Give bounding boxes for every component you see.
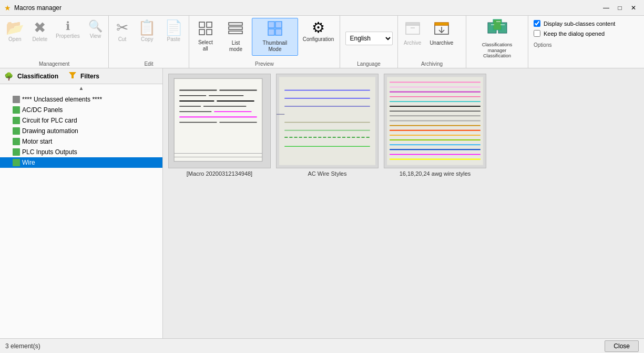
tree-item-drawing[interactable]: Drawing automation [0, 126, 162, 136]
title-bar-left: ★ Macros manager [4, 4, 62, 12]
svg-rect-15 [435, 23, 448, 25]
thumb-label-macro1: [Macro 20200312134948] [187, 170, 252, 177]
app-icon: ★ [4, 4, 11, 12]
thumbnail-mode-button[interactable]: Thumbnail Mode [252, 18, 298, 56]
configuration-button[interactable]: ⚙ Configuration [299, 18, 338, 56]
svg-rect-4 [229, 23, 242, 25]
plcio-icon [13, 148, 20, 156]
maximize-button[interactable]: □ [614, 3, 626, 13]
svg-rect-3 [207, 29, 212, 35]
properties-label: Properties [56, 33, 80, 39]
classifications-manager-label: Classifications managerClassification [472, 42, 522, 59]
language-group: English French German Spanish Language [340, 16, 398, 68]
main-area: 🌳 Classification Filters ▲ **** Unclasse… [0, 68, 644, 338]
unclassed-icon [13, 96, 20, 103]
thumb-label-acwire: AC Wire Styles [308, 170, 347, 177]
window-close-button[interactable]: ✕ [627, 3, 640, 13]
select-all-icon [198, 21, 213, 38]
svg-rect-7 [268, 22, 274, 28]
tree-item-plccard[interactable]: Circuit for PLC card [0, 115, 162, 126]
cut-icon: ✂ [116, 21, 128, 35]
archiving-group-label: Archiving [398, 61, 466, 67]
motor-label: Motor start [22, 138, 52, 145]
thumbnail-acwire[interactable]: AC Wire Styles [276, 74, 379, 177]
svg-rect-12 [406, 23, 420, 25]
keep-dialog-label: Keep the dialog opened [544, 31, 605, 37]
tree-item-wire[interactable]: Wire [0, 157, 162, 168]
select-all-label: Select all [195, 39, 216, 52]
classification-header-label: Classification [17, 73, 58, 80]
svg-rect-8 [275, 22, 282, 28]
left-panel-header: 🌳 Classification Filters [0, 68, 162, 84]
language-group-label: Language [340, 61, 397, 67]
preview-group: Select all List mode [189, 16, 340, 68]
classifications-manager-button[interactable]: Classifications managerClassification [468, 19, 526, 57]
unarchive-icon [434, 21, 449, 39]
language-select[interactable]: English French German Spanish [345, 32, 393, 45]
view-label: View [90, 33, 101, 39]
svg-rect-1 [207, 22, 212, 27]
plccard-icon [13, 117, 20, 124]
svg-rect-6 [229, 31, 242, 34]
thumbnail-mode-icon [267, 21, 283, 39]
tree-item-acdc[interactable]: AC/DC Panels [0, 105, 162, 115]
thumb-box-macro1 [168, 74, 271, 168]
acdc-label: AC/DC Panels [22, 106, 63, 114]
display-subclasses-label: Display sub-classes content [544, 21, 615, 27]
thumbnail-awg[interactable]: 16,18,20,24 awg wire styles [384, 74, 486, 177]
svg-rect-11 [406, 25, 420, 34]
plcio-label: PLC Inputs Outputs [22, 148, 77, 156]
unarchive-button[interactable]: Unarchive [426, 18, 457, 56]
edit-group-label: Edit [109, 61, 188, 67]
edit-group: ✂ Cut 📋 Copy 📄 Paste Edit [109, 16, 189, 68]
thumbnail-macro1[interactable]: [Macro 20200312134948] [168, 74, 271, 177]
tree-icon: 🌳 [4, 72, 13, 80]
tree-item-unclassed[interactable]: **** Unclassed elements **** [0, 94, 162, 105]
management-group: 📂 Open ✖ Delete ℹ Properties 🔍 View Mana… [0, 16, 109, 68]
left-panel: 🌳 Classification Filters ▲ **** Unclasse… [0, 68, 163, 338]
copy-button[interactable]: 📋 Copy [134, 18, 160, 56]
svg-rect-19 [493, 19, 502, 30]
properties-icon: ℹ [66, 21, 70, 32]
edit-buttons: ✂ Cut 📋 Copy 📄 Paste [111, 18, 186, 68]
cut-label: Cut [118, 36, 127, 43]
wire-icon [13, 159, 20, 166]
delete-button[interactable]: ✖ Delete [29, 18, 52, 56]
tree-item-motor[interactable]: Motor start [0, 136, 162, 147]
open-icon: 📂 [6, 21, 24, 35]
delete-icon: ✖ [34, 21, 46, 35]
minimize-button[interactable]: — [600, 3, 612, 13]
scroll-up-indicator: ▲ [0, 84, 162, 92]
archive-label: Archive [404, 40, 421, 46]
unarchive-label: Unarchive [430, 40, 453, 46]
element-count: 3 element(s) [5, 342, 40, 350]
status-bar: 3 element(s) Close [0, 338, 644, 353]
view-button[interactable]: 🔍 View [84, 18, 106, 56]
configuration-label: Configuration [303, 36, 334, 43]
list-mode-button[interactable]: List mode [221, 18, 251, 56]
copy-label: Copy [141, 36, 153, 43]
paste-button[interactable]: 📄 Paste [161, 18, 187, 56]
cut-button[interactable]: ✂ Cut [111, 18, 133, 56]
classifications-manager-icon [487, 17, 508, 41]
select-all-button[interactable]: Select all [191, 18, 220, 56]
open-button[interactable]: 📂 Open [2, 18, 28, 56]
properties-button[interactable]: ℹ Properties [52, 18, 83, 56]
archiving-buttons: Archive Unarchive [400, 18, 464, 68]
close-button[interactable]: Close [605, 340, 639, 352]
configuration-icon: ⚙ [312, 21, 325, 35]
svg-rect-9 [268, 29, 274, 35]
archive-button[interactable]: Archive [400, 18, 425, 56]
management-buttons: 📂 Open ✖ Delete ℹ Properties 🔍 View [2, 18, 106, 68]
filters-header-label: Filters [80, 73, 99, 80]
tree-item-plcio[interactable]: PLC Inputs Outputs [0, 147, 162, 157]
archive-icon [405, 21, 421, 39]
svg-marker-23 [69, 72, 76, 78]
keep-dialog-row: Keep the dialog opened [534, 30, 639, 37]
management-group-label: Management [0, 61, 108, 67]
keep-dialog-checkbox[interactable] [534, 30, 540, 37]
motor-icon [13, 138, 20, 145]
title-bar-controls: — □ ✕ [600, 3, 640, 13]
display-subclasses-checkbox[interactable] [534, 20, 540, 27]
svg-rect-10 [275, 29, 282, 35]
